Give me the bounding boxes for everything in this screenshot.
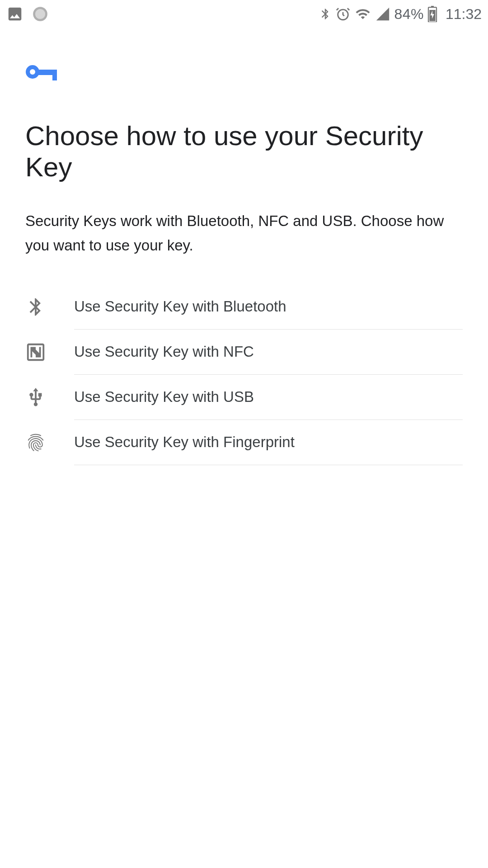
- nfc-icon: [25, 342, 74, 363]
- usb-icon: [25, 387, 74, 408]
- option-usb[interactable]: Use Security Key with USB: [25, 375, 463, 420]
- status-right: 84% 11:32: [319, 6, 482, 23]
- photo-notification-icon: [6, 5, 23, 23]
- option-fingerprint[interactable]: Use Security Key with Fingerprint: [25, 420, 463, 465]
- option-label: Use Security Key with USB: [74, 388, 254, 406]
- alarm-status-icon: [335, 6, 351, 22]
- sync-notification-icon: [32, 5, 49, 23]
- option-label: Use Security Key with NFC: [74, 343, 254, 360]
- svg-point-1: [35, 9, 45, 19]
- option-bluetooth[interactable]: Use Security Key with Bluetooth: [25, 284, 463, 330]
- page-title: Choose how to use your Security Key: [25, 120, 463, 183]
- option-label: Use Security Key with Fingerprint: [74, 434, 295, 451]
- option-label: Use Security Key with Bluetooth: [74, 298, 286, 315]
- svg-rect-9: [52, 74, 57, 80]
- wifi-status-icon: [354, 6, 371, 22]
- cellular-status-icon: [375, 6, 390, 22]
- battery-charging-icon: [427, 6, 437, 22]
- main-content: Choose how to use your Security Key Secu…: [0, 28, 488, 465]
- svg-rect-4: [431, 6, 434, 7]
- options-list: Use Security Key with Bluetooth Use Secu…: [25, 284, 463, 465]
- svg-point-7: [30, 69, 35, 75]
- battery-percent: 84%: [394, 6, 424, 23]
- page-subtitle: Security Keys work with Bluetooth, NFC a…: [25, 209, 463, 258]
- fingerprint-icon: [25, 432, 74, 453]
- bluetooth-icon: [25, 297, 74, 317]
- option-nfc[interactable]: Use Security Key with NFC: [25, 330, 463, 375]
- status-left: [6, 5, 49, 23]
- status-bar: 84% 11:32: [0, 0, 488, 28]
- bluetooth-status-icon: [319, 6, 332, 22]
- clock-time: 11:32: [446, 6, 482, 23]
- key-icon: [25, 62, 463, 82]
